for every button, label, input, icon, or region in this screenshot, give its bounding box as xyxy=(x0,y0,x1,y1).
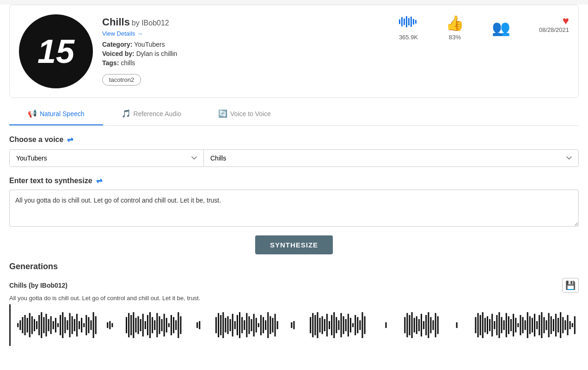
svg-rect-78 xyxy=(232,314,233,337)
svg-rect-51 xyxy=(140,319,141,331)
svg-rect-97 xyxy=(277,321,278,329)
svg-rect-158 xyxy=(515,318,516,333)
reference-audio-icon: 🎵 xyxy=(122,109,131,118)
svg-rect-68 xyxy=(180,316,181,334)
svg-rect-19 xyxy=(43,317,44,333)
svg-rect-143 xyxy=(480,315,481,335)
model-badge: tacotron2 xyxy=(102,74,141,86)
svg-rect-155 xyxy=(508,316,509,334)
synthesize-button-wrap: SYNTHESIZE xyxy=(9,235,579,254)
svg-rect-112 xyxy=(338,321,339,330)
tags-value: chills xyxy=(121,59,135,67)
svg-rect-156 xyxy=(510,319,512,331)
svg-rect-54 xyxy=(147,315,148,335)
svg-rect-92 xyxy=(265,321,266,330)
stat-likes-value: 83% xyxy=(449,34,461,41)
svg-rect-182 xyxy=(572,323,573,327)
svg-rect-104 xyxy=(319,318,321,333)
svg-rect-30 xyxy=(69,313,71,338)
generation-item: Chills (by IBob012) 💾 All you gotta do i… xyxy=(9,278,579,346)
svg-rect-134 xyxy=(425,315,427,335)
synth-textarea[interactable]: All you gotta do is chill out. Let go of… xyxy=(9,190,579,227)
svg-rect-15 xyxy=(34,319,35,331)
svg-rect-178 xyxy=(562,317,564,333)
svg-rect-179 xyxy=(564,321,566,330)
svg-rect-24 xyxy=(55,318,56,333)
card-stats: 365.9K 👍 83% 👥 xyxy=(340,14,569,41)
avatar-number: 15 xyxy=(37,32,74,70)
svg-rect-72 xyxy=(218,313,219,338)
svg-rect-82 xyxy=(241,317,243,333)
text-shuffle-icon[interactable]: ⇌ xyxy=(96,176,102,185)
natural-speech-icon: 📢 xyxy=(28,109,37,118)
voice-dropdown[interactable]: Chills xyxy=(204,150,578,166)
voice-shuffle-icon[interactable]: ⇌ xyxy=(67,135,73,144)
svg-rect-1 xyxy=(401,17,403,26)
synthesize-button[interactable]: SYNTHESIZE xyxy=(255,235,333,254)
text-label-text: Enter text to synthesize xyxy=(9,177,92,185)
svg-rect-79 xyxy=(234,321,236,329)
svg-rect-152 xyxy=(501,317,502,333)
svg-rect-127 xyxy=(409,315,410,335)
svg-rect-128 xyxy=(411,312,413,338)
group-icon: 👥 xyxy=(492,19,510,37)
svg-rect-45 xyxy=(126,317,127,333)
svg-rect-172 xyxy=(548,313,550,338)
voice-section-label: Choose a voice ⇌ xyxy=(9,135,579,144)
svg-rect-7 xyxy=(415,20,416,24)
svg-rect-87 xyxy=(253,314,255,337)
svg-rect-31 xyxy=(72,316,73,334)
svg-rect-81 xyxy=(239,312,240,338)
svg-rect-133 xyxy=(423,321,424,329)
svg-rect-174 xyxy=(553,319,554,331)
svg-rect-47 xyxy=(130,315,132,335)
svg-rect-36 xyxy=(83,323,85,327)
tab-reference-audio[interactable]: 🎵 Reference Audio xyxy=(103,103,200,125)
svg-rect-109 xyxy=(331,315,332,335)
svg-rect-8 xyxy=(17,323,18,327)
svg-rect-58 xyxy=(156,313,158,338)
view-details-link[interactable]: View Details → xyxy=(102,30,331,37)
voice-label-text: Choose a voice xyxy=(9,136,63,144)
svg-rect-120 xyxy=(357,317,358,333)
svg-rect-75 xyxy=(225,318,226,333)
heart-icon[interactable]: ♥ xyxy=(563,14,569,27)
svg-rect-73 xyxy=(220,315,221,335)
tab-voice-to-voice[interactable]: 🔄 Voice to Voice xyxy=(200,103,289,125)
svg-rect-5 xyxy=(410,17,412,27)
svg-rect-34 xyxy=(79,321,80,329)
tab-natural-speech[interactable]: 📢 Natural Speech xyxy=(9,103,103,125)
stat-likes: 👍 83% xyxy=(446,14,464,41)
svg-rect-181 xyxy=(570,321,571,329)
stat-plays: 365.9K xyxy=(399,15,418,41)
svg-rect-42 xyxy=(107,322,108,328)
svg-rect-27 xyxy=(62,312,63,338)
svg-rect-43 xyxy=(109,321,110,329)
svg-rect-53 xyxy=(145,321,146,329)
save-button[interactable]: 💾 xyxy=(562,278,579,293)
thumbs-up-icon: 👍 xyxy=(446,14,464,32)
svg-rect-107 xyxy=(326,314,328,337)
svg-rect-10 xyxy=(22,317,23,333)
svg-rect-119 xyxy=(355,315,356,335)
svg-rect-62 xyxy=(166,318,167,333)
svg-rect-60 xyxy=(161,319,163,331)
stat-group: 👥 xyxy=(492,19,510,37)
svg-rect-39 xyxy=(90,321,92,330)
svg-rect-38 xyxy=(88,317,89,333)
svg-rect-16 xyxy=(36,321,37,329)
voiced-value: Dylan is chillin xyxy=(136,50,178,57)
category-dropdown[interactable]: YouTubers xyxy=(10,150,204,166)
card-meta: Category: YouTubers Voiced by: Dylan is … xyxy=(102,41,331,67)
svg-rect-85 xyxy=(248,316,250,334)
svg-rect-86 xyxy=(251,319,252,331)
svg-rect-33 xyxy=(76,314,78,337)
svg-rect-113 xyxy=(340,313,342,338)
svg-rect-138 xyxy=(435,313,436,338)
generation-name: Chills (by IBob012) xyxy=(9,282,67,289)
svg-rect-70 xyxy=(199,321,200,329)
svg-rect-131 xyxy=(418,319,420,331)
card-date: 08/28/2021 xyxy=(539,26,569,33)
svg-rect-121 xyxy=(359,321,361,330)
voice-dropdowns: YouTubers Chills xyxy=(9,149,579,167)
